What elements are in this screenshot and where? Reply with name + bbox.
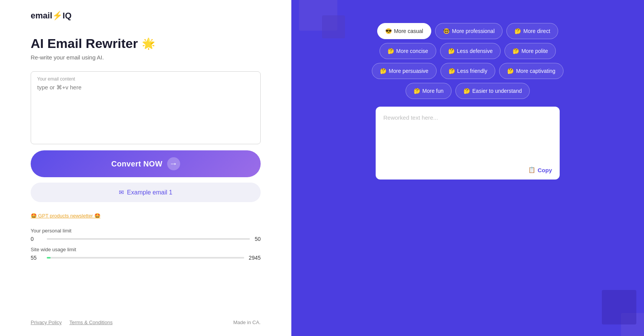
site-limit-current: 55 [31,255,42,261]
tone-buttons-grid: 😎 More casual 🤓 More professional 🤔 More… [376,23,560,99]
example-email-button[interactable]: ✉ Example email 1 [31,183,261,202]
captivating-emoji: 🤔 [507,68,514,74]
logo-iq: IQ [62,11,71,21]
envelope-icon: ✉ [119,189,124,196]
understand-emoji: 🤔 [463,88,470,94]
fun-emoji: 🤔 [414,88,420,94]
tone-more-direct[interactable]: 🤔 More direct [506,23,558,39]
email-input-container: Your email content [31,71,261,144]
deco-square-2 [322,15,345,38]
tone-row-1: 😎 More casual 🤓 More professional 🤔 More… [376,23,560,39]
copy-icon: 📋 [528,166,536,173]
newsletter-link[interactable]: 🤩 GPT products newsletter 🤩 [31,213,261,219]
professional-emoji: 🤓 [443,28,450,34]
site-limit-section: Site wide usage limit 55 2945 [31,247,261,261]
friendly-emoji: 🤔 [449,68,455,74]
tone-row-2: 🤔 More concise 🤔 Less defensive 🤔 More p… [376,43,560,59]
privacy-policy-link[interactable]: Privacy Policy [31,320,62,325]
page-title: AI Email Rewriter 🌟 [31,36,261,51]
tone-more-concise[interactable]: 🤔 More concise [380,43,436,59]
arrow-icon: → [167,157,180,170]
logo-bolt: ⚡ [52,11,62,21]
personal-limit-current: 0 [31,236,42,242]
copy-button[interactable]: 📋 Copy [528,166,552,173]
site-limit-fill [47,257,51,259]
tone-more-persuasive[interactable]: 🤔 More persuasive [372,63,437,79]
output-container: Reworked text here... 📋 Copy [376,107,560,180]
deco-square-4 [602,290,636,324]
tone-less-friendly[interactable]: 🤔 Less friendly [440,63,496,79]
footer: Privacy Policy Terms & Conditions Made i… [31,320,261,325]
star-icon: 🌟 [142,37,155,50]
personal-limit-label: Your personal limit [31,228,261,234]
site-limit-bar: 55 2945 [31,255,261,261]
left-panel: email⚡IQ AI Email Rewriter 🌟 Re-write yo… [0,0,291,336]
made-in: Made in CA. [233,320,261,325]
tone-more-fun[interactable]: 🤔 More fun [406,83,452,99]
tone-more-captivating[interactable]: 🤔 More captivating [499,63,564,79]
logo-prefix: email [31,11,52,21]
personal-limit-max: 50 [255,236,261,242]
tone-row-3: 🤔 More persuasive 🤔 Less friendly 🤔 More… [376,63,560,79]
footer-links: Privacy Policy Terms & Conditions [31,320,113,325]
personal-limit-track [47,238,250,240]
defensive-emoji: 🤔 [448,48,455,54]
tone-more-casual[interactable]: 😎 More casual [377,23,431,39]
tone-easier-understand[interactable]: 🤔 Easier to understand [455,83,530,99]
direct-emoji: 🤔 [514,28,521,34]
site-limit-max: 2945 [249,255,261,261]
email-input-label: Your email content [37,76,254,82]
site-limit-track [47,257,244,259]
output-footer: 📋 Copy [383,166,552,173]
page-subtitle: Re-write your email using AI. [31,54,261,61]
email-textarea[interactable] [37,84,254,138]
logo: email⚡IQ [31,11,261,21]
personal-limit-section: Your personal limit 0 50 [31,228,261,242]
personal-limit-bar: 0 50 [31,236,261,242]
site-limit-label: Site wide usage limit [31,247,261,252]
right-panel: 😎 More casual 🤓 More professional 🤔 More… [291,0,644,336]
convert-button[interactable]: Convert NOW → [31,150,261,177]
tone-row-4: 🤔 More fun 🤔 Easier to understand [376,83,560,99]
casual-emoji: 😎 [385,28,392,34]
tone-less-defensive[interactable]: 🤔 Less defensive [440,43,501,59]
tone-more-polite[interactable]: 🤔 More polite [504,43,556,59]
concise-emoji: 🤔 [388,48,394,54]
terms-link[interactable]: Terms & Conditions [69,320,113,325]
output-text: Reworked text here... [383,114,552,162]
tone-more-professional[interactable]: 🤓 More professional [435,23,503,39]
polite-emoji: 🤔 [513,48,519,54]
persuasive-emoji: 🤔 [380,68,386,74]
